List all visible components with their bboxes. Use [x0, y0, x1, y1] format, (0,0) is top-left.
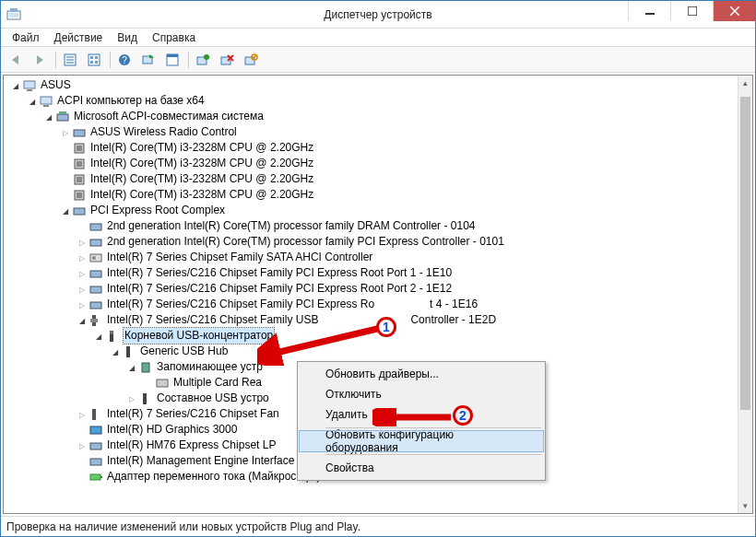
ctx-label: Обновить драйверы... [325, 368, 439, 380]
tree-node[interactable]: Intel(R) 7 Series/C216 Chipset Family PC… [4, 265, 738, 281]
ctx-scan-hardware[interactable]: Обновить конфигурацию оборудования [300, 431, 543, 451]
node-label: Intel(R) Core(TM) i3-2328M CPU @ 2.20GHz [90, 156, 313, 171]
expand-toggle[interactable] [76, 438, 89, 454]
toolbar-forward-button[interactable] [29, 50, 51, 70]
expand-toggle[interactable] [76, 250, 89, 266]
tree-node[interactable]: ASUS Wireless Radio Control [4, 124, 738, 140]
node-label: Multiple Card Rea [173, 375, 262, 391]
expand-toggle[interactable] [42, 109, 55, 125]
expand-toggle[interactable] [76, 234, 89, 251]
system-device-icon [89, 235, 103, 250]
usb-controller-icon [89, 313, 103, 328]
ctx-disable[interactable]: Отключить [300, 384, 543, 404]
toolbar-list-button[interactable] [83, 50, 105, 70]
ctx-label: Отключить [325, 388, 382, 401]
svg-rect-68 [100, 476, 102, 478]
menu-help[interactable]: Справка [145, 29, 203, 46]
toolbar-disable-button[interactable] [240, 50, 262, 70]
svg-rect-48 [90, 224, 101, 230]
maximize-button[interactable] [670, 1, 713, 21]
tree-node[interactable]: Intel(R) 7 Series Chipset Family SATA AH… [4, 250, 738, 265]
ctx-label: Свойства [325, 461, 374, 474]
toolbar-separator [188, 52, 189, 68]
disk-icon [155, 376, 170, 391]
expand-toggle[interactable] [76, 406, 89, 423]
svg-rect-16 [90, 61, 93, 64]
menu-view[interactable]: Вид [110, 29, 145, 46]
node-label: Составное USB устро [157, 391, 269, 406]
scroll-thumb[interactable] [740, 97, 750, 410]
ctx-update-drivers[interactable]: Обновить драйверы... [300, 364, 543, 384]
svg-rect-65 [90, 443, 101, 449]
cpu-icon [72, 172, 87, 187]
tree-node[interactable]: Intel(R) 7 Series/C216 Chipset Family PC… [4, 281, 738, 297]
tree-node[interactable]: 2nd generation Intel(R) Core(TM) process… [4, 234, 738, 250]
expand-toggle[interactable] [109, 344, 122, 360]
expand-toggle[interactable] [76, 312, 89, 329]
svg-rect-33 [27, 89, 32, 91]
toolbar-help-button[interactable]: ? [113, 50, 136, 70]
node-label: Intel(R) HM76 Express Chipset LP [107, 438, 276, 453]
expand-toggle[interactable] [125, 391, 138, 407]
tree-node[interactable]: 2nd generation Intel(R) Core(TM) process… [4, 218, 738, 234]
node-label: Generic USB Hub [140, 344, 228, 359]
svg-rect-64 [90, 426, 101, 434]
tree-node-root[interactable]: ASUS [4, 77, 738, 93]
svg-rect-47 [74, 208, 85, 215]
device-tree-panel: ASUS ACPI компьютер на базе x64 Microsof… [3, 75, 753, 514]
toolbar-uninstall-button[interactable] [216, 50, 238, 70]
toolbar-details-button[interactable] [59, 50, 81, 70]
toolbar-update-button[interactable] [192, 50, 214, 70]
svg-rect-49 [90, 239, 101, 246]
scroll-up-button[interactable]: ▴ [738, 76, 752, 90]
system-device-icon [89, 219, 103, 234]
svg-rect-4 [688, 6, 697, 16]
svg-rect-3 [645, 13, 655, 15]
expand-toggle[interactable] [59, 203, 72, 219]
expand-toggle[interactable] [125, 359, 138, 376]
tree-node[interactable]: Intel(R) Core(TM) i3-2328M CPU @ 2.20GHz [4, 187, 738, 203]
expand-toggle[interactable] [92, 328, 105, 344]
tree-node[interactable]: Intel(R) Core(TM) i3-2328M CPU @ 2.20GHz [4, 171, 738, 187]
tree-node[interactable]: Intel(R) Core(TM) i3-2328M CPU @ 2.20GHz [4, 140, 738, 156]
expand-toggle[interactable] [9, 77, 22, 94]
system-device-icon [89, 298, 103, 312]
tree-node[interactable]: ACPI компьютер на базе x64 [4, 93, 738, 109]
tree-node[interactable]: PCI Express Root Complex [4, 203, 738, 218]
tree-node[interactable]: Intel(R) 7 Series/C216 Chipset Family PC… [4, 297, 738, 312]
tree-node-selected[interactable]: Корневой USB-концентратор [4, 328, 738, 344]
status-text: Проверка на наличие изменений или новых … [6, 520, 360, 533]
svg-rect-23 [167, 54, 178, 57]
tree-node[interactable]: Intel(R) 7 Series/C216 Chipset Family US… [4, 312, 738, 328]
ctx-delete[interactable]: Удалить [300, 404, 543, 425]
expand-toggle[interactable] [76, 281, 89, 298]
svg-rect-67 [90, 474, 100, 480]
tree-node[interactable]: Microsoft ACPI-совместимая система [4, 109, 738, 124]
expand-toggle[interactable] [76, 265, 89, 282]
expand-toggle[interactable] [59, 124, 72, 141]
toolbar-scan-button[interactable] [137, 50, 159, 70]
svg-rect-61 [157, 379, 168, 387]
toolbar-back-button[interactable] [5, 50, 27, 70]
expand-toggle[interactable] [26, 93, 39, 110]
minimize-button[interactable] [628, 1, 670, 21]
node-label: 2nd generation Intel(R) Core(TM) process… [107, 218, 475, 234]
node-label: Intel(R) 7 Series/C216 Chipset Family US… [107, 312, 318, 328]
ctx-properties[interactable]: Свойства [300, 458, 543, 478]
titlebar: Диспетчер устройств [1, 1, 755, 29]
tree-node[interactable]: Generic USB Hub [4, 344, 738, 359]
menu-action[interactable]: Действие [47, 29, 111, 46]
svg-rect-53 [90, 286, 101, 293]
svg-rect-59 [126, 346, 130, 357]
ctx-label: Обновить конфигурацию оборудования [325, 428, 521, 454]
vertical-scrollbar[interactable]: ▴ ▾ [738, 76, 752, 513]
svg-rect-13 [89, 54, 100, 65]
toolbar-props-button[interactable] [161, 50, 183, 70]
close-button[interactable] [713, 1, 755, 21]
scroll-down-button[interactable]: ▾ [738, 498, 752, 513]
expand-toggle[interactable] [76, 297, 89, 313]
tree-node[interactable]: Intel(R) Core(TM) i3-2328M CPU @ 2.20GHz [4, 156, 738, 171]
menu-file[interactable]: Файл [5, 29, 47, 46]
svg-rect-37 [59, 111, 66, 114]
node-label: Intel(R) HD Graphics 3000 [107, 422, 237, 438]
